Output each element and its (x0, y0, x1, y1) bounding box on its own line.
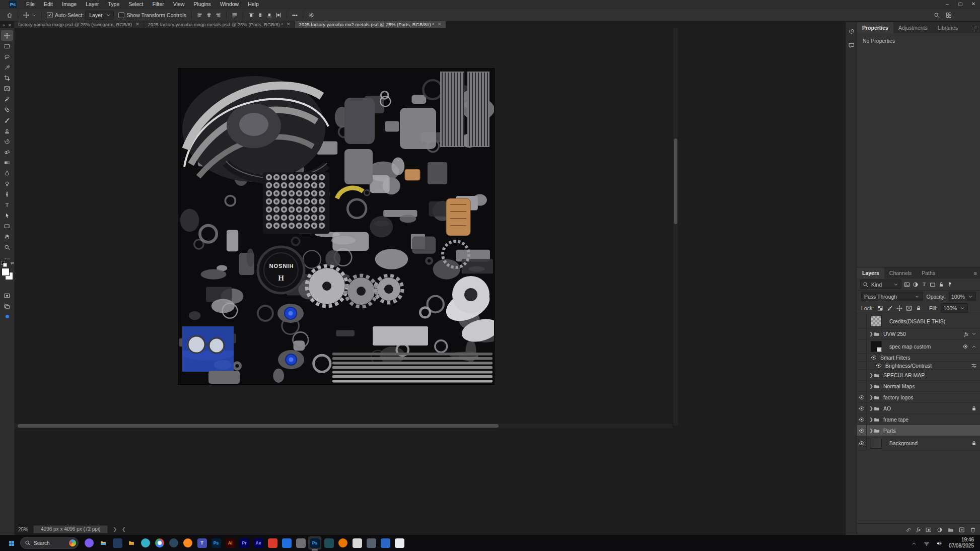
expand-chevron-icon[interactable]: ❯ (869, 331, 874, 336)
taskbar-app-chrome[interactable] (153, 536, 166, 549)
toolbar-expand-icon[interactable]: » (3, 23, 5, 28)
layer-thumbnail[interactable] (871, 316, 882, 327)
start-button[interactable] (5, 536, 18, 549)
layer-row[interactable]: ❯frame tape (857, 414, 980, 425)
properties-tab-adjustments[interactable]: Adjustments (893, 22, 933, 33)
stamp-tool[interactable] (1, 125, 13, 136)
taskbar-app-blender[interactable] (336, 536, 349, 549)
document-tab-3[interactable]: 2025 factory yamaha mx2 metals.psd @ 25%… (295, 20, 446, 28)
document-tab-1[interactable]: factory yamaha mxgp.psd @ 25% (swingarm,… (14, 20, 144, 28)
menu-layer[interactable]: Layer (81, 1, 103, 7)
lock-artboard-icon[interactable] (906, 305, 912, 311)
taskbar-app-red-app[interactable] (266, 536, 279, 549)
taskbar-app-media-app[interactable] (294, 536, 307, 549)
layer-row[interactable]: ❯Normal Maps (857, 381, 980, 392)
status-next-icon[interactable]: ❯ (113, 527, 117, 532)
panel-menu-icon[interactable]: ≡ (974, 270, 977, 276)
dodge-tool[interactable] (1, 178, 13, 189)
taskbar-app-premiere[interactable]: Pr (238, 536, 251, 549)
filter-type-layers-icon[interactable]: T (921, 281, 927, 288)
layer-row[interactable]: Brightness/Contrast (857, 362, 980, 370)
status-prev-icon[interactable]: ❮ (122, 527, 126, 532)
layer-row[interactable]: ❯Parts (857, 425, 980, 436)
link-layers-icon[interactable] (905, 526, 912, 532)
crop-tool[interactable] (1, 73, 13, 83)
document-canvas[interactable]: HINSONH (178, 68, 494, 384)
gradient-tool[interactable] (1, 157, 13, 168)
distribute-middle-button[interactable] (256, 12, 265, 18)
layer-row[interactable]: Background (857, 436, 980, 450)
taskbar-app-blue-app[interactable] (280, 536, 293, 549)
distribute-horizontal-button[interactable] (274, 12, 283, 18)
menu-file[interactable]: File (22, 1, 39, 7)
taskbar-app-vm-app[interactable] (379, 536, 392, 549)
eyedropper-tool[interactable] (1, 94, 13, 104)
filter-smart-objects-icon[interactable] (938, 281, 944, 288)
document-tab-2[interactable]: 2025 factory yamaha mxgp metals.psd @ 25… (144, 20, 295, 28)
type-tool[interactable]: T (1, 199, 13, 210)
workspace-gear-button[interactable] (307, 12, 316, 18)
vertical-scrollbar[interactable] (673, 28, 678, 426)
expand-chevron-icon[interactable]: ❯ (869, 428, 874, 433)
layer-row[interactable]: ❯SPECULAR MAP (857, 370, 980, 381)
taskbar-app-copilot[interactable] (83, 536, 96, 549)
volume-icon[interactable] (936, 538, 942, 547)
blur-tool[interactable] (1, 168, 13, 178)
visibility-toggle[interactable] (857, 436, 867, 450)
tab-close-icon[interactable]: ✕ (287, 22, 291, 27)
fill-field[interactable]: 100% (941, 303, 968, 313)
smart-object-thumbnail[interactable] (871, 341, 882, 352)
search-icon[interactable] (934, 12, 940, 18)
home-button[interactable] (5, 12, 14, 18)
expand-chevron-icon[interactable]: ❯ (869, 395, 874, 400)
eraser-tool[interactable] (1, 147, 13, 157)
lock-position-icon[interactable] (896, 305, 902, 311)
taskbar-app-light-app[interactable] (351, 536, 364, 549)
tool-preset-move[interactable] (22, 12, 38, 18)
layer-thumbnail[interactable] (871, 438, 882, 449)
layers-tab-paths[interactable]: Paths (917, 267, 940, 279)
taskbar-app-steam[interactable] (167, 536, 180, 549)
menu-select[interactable]: Select (124, 1, 148, 7)
taskbar-app-teams[interactable]: T (195, 536, 208, 549)
workspace-switcher-icon[interactable] (946, 12, 952, 18)
brush-tool[interactable] (1, 115, 13, 125)
swap-colors-icon[interactable]: ⇄ (11, 261, 14, 265)
close-button[interactable]: ✕ (967, 0, 980, 9)
toolbar-close-icon[interactable]: ✕ (8, 23, 12, 28)
lock-transparency-icon[interactable] (877, 305, 883, 311)
visibility-toggle[interactable] (857, 425, 867, 436)
taskbar-app-folder-app[interactable] (125, 536, 138, 549)
layer-filter-kind-dropdown[interactable]: Kind (860, 280, 901, 289)
screen-mode-button[interactable] (1, 301, 13, 311)
visibility-toggle[interactable] (857, 392, 867, 402)
properties-tab-libraries[interactable]: Libraries (933, 22, 963, 33)
taskbar-app-firefox[interactable] (181, 536, 194, 549)
tab-close-icon[interactable]: ✕ (135, 22, 139, 27)
filter-pixel-layers-icon[interactable] (904, 281, 910, 288)
tab-close-icon[interactable]: ✕ (438, 22, 442, 27)
taskbar-app-slate-app[interactable] (365, 536, 378, 549)
menu-image[interactable]: Image (57, 1, 81, 7)
taskbar-app-photoshop-active[interactable]: Ps (308, 536, 321, 549)
menu-filter[interactable]: Filter (148, 1, 168, 7)
distribute-bottom-button[interactable] (265, 12, 274, 18)
default-colors-icon[interactable] (1, 261, 9, 266)
auto-select-checkbox[interactable]: ✓ Auto-Select: (45, 12, 85, 18)
menu-window[interactable]: Window (216, 1, 243, 7)
path-select-tool[interactable] (1, 210, 13, 221)
move-tool[interactable] (1, 30, 13, 41)
auto-select-target-dropdown[interactable]: Layer (85, 11, 114, 20)
distribute-top-button[interactable] (247, 12, 256, 18)
layer-effects-icon[interactable]: fx (917, 526, 921, 532)
quick-mask-button[interactable] (1, 290, 13, 301)
marquee-tool[interactable] (1, 41, 13, 51)
panel-menu-icon[interactable]: ≡ (974, 25, 977, 31)
rectangle-tool[interactable] (1, 221, 13, 231)
new-layer-icon[interactable] (959, 526, 965, 532)
comments-panel-icon[interactable] (849, 40, 855, 49)
justify-button[interactable] (230, 12, 239, 18)
taskbar-app-after-effects[interactable]: Ae (252, 536, 265, 549)
wand-tool[interactable] (1, 62, 13, 73)
visibility-toggle[interactable] (857, 403, 867, 414)
